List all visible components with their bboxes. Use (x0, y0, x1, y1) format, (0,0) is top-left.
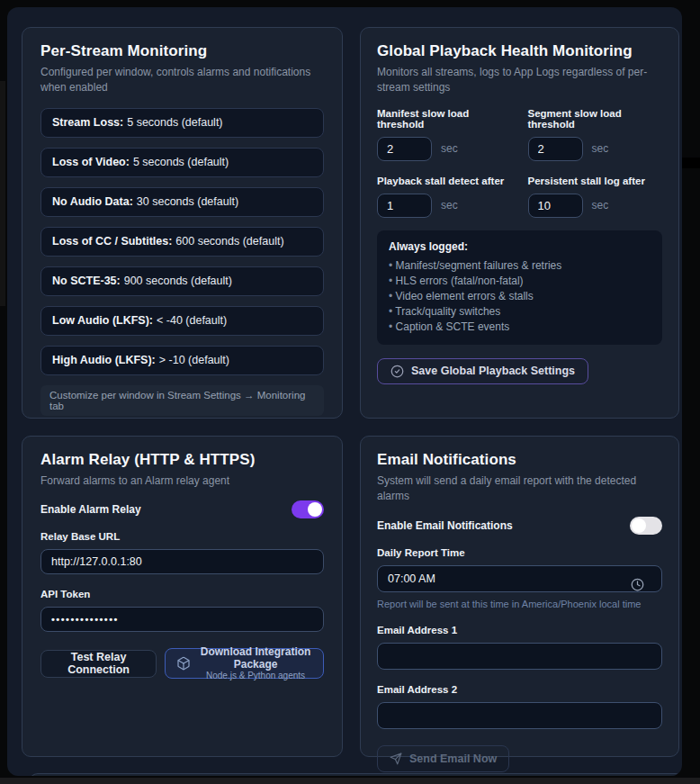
stream-loss-item: Stream Loss: 5 seconds (default) (40, 108, 324, 138)
stall-detect-input[interactable] (377, 194, 432, 218)
daily-report-time-wrap (377, 565, 662, 592)
always-logged-heading: Always logged: (389, 240, 651, 253)
save-global-playback-button[interactable]: Save Global Playback Settings (377, 358, 588, 384)
settings-card-grid: Per-Stream Monitoring Configured per win… (22, 27, 679, 757)
enable-email-notifications-toggle[interactable] (630, 517, 662, 535)
global-playback-title: Global Playback Health Monitoring (377, 42, 662, 60)
email-notifications-card: Email Notifications System will send a d… (360, 436, 679, 757)
stream-settings-list: Stream Loss: 5 seconds (default) Loss of… (40, 108, 324, 375)
test-relay-connection-button[interactable]: Test Relay Connection (40, 650, 157, 678)
alarm-relay-card: Alarm Relay (HTTP & HTTPS) Forward alarm… (22, 436, 343, 757)
global-playback-description: Monitors all streams, logs to App Logs r… (377, 65, 662, 96)
per-stream-description: Configured per window, controls alarms a… (40, 65, 324, 96)
toggle-knob (308, 502, 322, 517)
download-button-sublabel: Node.js & Python agents (206, 671, 305, 681)
always-logged-list: Manifest/segment failures & retries HLS … (389, 258, 651, 335)
stall-detect-field: Playback stall detect after sec (377, 176, 512, 218)
relay-buttons-row: Test Relay Connection Download Integrati… (40, 648, 324, 679)
download-button-label: Download Integration Package (199, 646, 312, 671)
no-scte35-item: No SCTE-35: 900 seconds (default) (40, 266, 324, 296)
daily-report-time-input[interactable] (377, 565, 662, 592)
toggle-knob (632, 518, 646, 533)
segment-threshold-field: Segment slow load threshold sec (528, 108, 663, 161)
unit-label: sec (441, 199, 458, 212)
background-artifact (681, 158, 700, 168)
save-button-label: Save Global Playback Settings (411, 365, 575, 377)
enable-email-label: Enable Email Notifications (377, 519, 513, 532)
relay-url-label: Relay Base URL (40, 531, 324, 542)
manifest-threshold-input[interactable] (377, 137, 432, 161)
report-time-helper: Report will be sent at this time in Amer… (377, 599, 662, 609)
alarm-relay-title: Alarm Relay (HTTP & HTTPS) (40, 451, 324, 469)
email-address-1-input[interactable] (377, 643, 662, 670)
email-address-2-label: Email Address 2 (377, 684, 662, 695)
segment-threshold-input[interactable] (528, 137, 583, 161)
loss-of-video-item: Loss of Video: 5 seconds (default) (40, 148, 324, 177)
background-artifact (0, 81, 5, 306)
api-token-input[interactable] (40, 607, 324, 632)
relay-url-input[interactable] (40, 549, 324, 574)
download-integration-package-button[interactable]: Download Integration Package Node.js & P… (165, 648, 324, 679)
manifest-threshold-field: Manifest slow load threshold sec (377, 108, 512, 161)
global-playback-card: Global Playback Health Monitoring Monito… (360, 27, 679, 419)
send-email-now-button[interactable]: Send Email Now (377, 745, 509, 772)
enable-alarm-relay-row: Enable Alarm Relay (40, 500, 324, 518)
next-section-card-partial (29, 773, 682, 776)
threshold-fields: Manifest slow load threshold sec Segment… (377, 108, 662, 218)
send-button-label: Send Email Now (409, 752, 497, 765)
email-notifications-title: Email Notifications (377, 451, 662, 469)
customize-footnote: Customize per window in Stream Settings … (40, 385, 324, 416)
email-notifications-description: System will send a daily email report wi… (377, 473, 662, 505)
high-audio-item: High Audio (LKFS): > -10 (default) (40, 346, 324, 375)
check-circle-icon (390, 365, 404, 378)
unit-label: sec (592, 199, 609, 212)
loss-of-cc-item: Loss of CC / Subtitles: 600 seconds (def… (40, 227, 324, 257)
unit-label: sec (441, 142, 458, 155)
package-icon (176, 656, 191, 671)
persistent-stall-input[interactable] (528, 194, 583, 218)
unit-label: sec (592, 142, 609, 155)
always-logged-box: Always logged: Manifest/segment failures… (377, 230, 662, 345)
email-address-1-label: Email Address 1 (377, 625, 662, 635)
persistent-stall-field: Persistent stall log after sec (528, 176, 663, 218)
enable-alarm-relay-toggle[interactable] (292, 500, 324, 518)
alarm-relay-description: Forward alarms to an Alarm relay agent (40, 473, 324, 489)
send-icon (390, 752, 402, 765)
enable-alarm-relay-label: Enable Alarm Relay (40, 503, 141, 516)
enable-email-row: Enable Email Notifications (377, 517, 662, 535)
no-audio-data-item: No Audio Data: 30 seconds (default) (40, 187, 324, 217)
per-stream-monitoring-card: Per-Stream Monitoring Configured per win… (22, 27, 343, 419)
email-address-2-input[interactable] (377, 702, 662, 729)
per-stream-title: Per-Stream Monitoring (40, 42, 324, 60)
bottom-edge-strip (0, 778, 700, 784)
api-token-label: API Token (40, 589, 324, 599)
low-audio-item: Low Audio (LKFS): < -40 (default) (40, 306, 324, 336)
daily-report-time-label: Daily Report Time (377, 547, 662, 558)
monitoring-settings-page: Per-Stream Monitoring Configured per win… (7, 7, 682, 776)
